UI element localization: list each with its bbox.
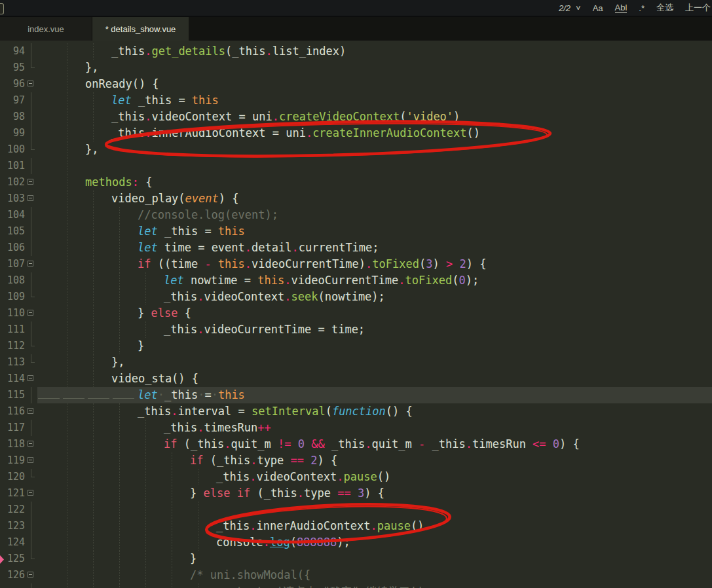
code-line-112[interactable]: 112} (0, 338, 712, 354)
code-line-100[interactable]: 100}, (0, 141, 712, 158)
code-line-99[interactable]: 99_this.innerAudioContext = uni.createIn… (0, 125, 712, 141)
code-text[interactable]: console.log(888888); (37, 534, 712, 551)
code-text[interactable]: //console.log(event); (37, 207, 712, 223)
code-text[interactable]: if (_this.type == 2) { (37, 452, 712, 469)
code-text[interactable]: } else if (_this.type == 3) { (37, 485, 712, 502)
code-text[interactable] (37, 158, 712, 174)
code-line-96[interactable]: 96onReady() { (0, 76, 712, 92)
code-editor-area[interactable]: 94_this.get_details(_this.list_index)95}… (0, 41, 712, 588)
code-line-102[interactable]: 102methods: { (0, 174, 712, 191)
code-line-115[interactable]: 115let·_this·=·this (0, 387, 712, 403)
fold-toggle-icon[interactable] (25, 436, 37, 452)
code-line-106[interactable]: 106let time = event.detail.currentTime; (0, 240, 712, 256)
code-text[interactable]: let·_this·=·this (37, 387, 712, 403)
code-text[interactable]: _this.videoContext.pause() (37, 469, 712, 485)
code-text[interactable]: }, (37, 354, 712, 371)
fold-toggle-icon[interactable] (25, 452, 37, 469)
fold-toggle-icon[interactable] (25, 567, 37, 583)
match-case-button[interactable]: Aa (593, 3, 603, 13)
code-line-122[interactable]: 122 (0, 502, 712, 518)
code-line-114[interactable]: 114video_sta() { (0, 371, 712, 387)
indent-guide (172, 452, 172, 469)
code-line-120[interactable]: 120_this.videoContext.pause() (0, 469, 712, 485)
code-line-110[interactable]: 110} else { (0, 305, 712, 322)
previous-match-button[interactable]: 上一个 (685, 2, 711, 14)
code-line-97[interactable]: 97let _this = this (0, 92, 712, 109)
gutter: 120 (0, 469, 37, 485)
code-line-116[interactable]: 116_this.interval = setInterval(function… (0, 403, 712, 420)
code-line-109[interactable]: 109_this.videoContext.seek(nowtime); (0, 289, 712, 305)
code-line-partial[interactable]: content: '请点击 "确定" 继续学习!', (0, 583, 712, 588)
code-text[interactable]: let time = event.detail.currentTime; (37, 240, 712, 256)
code-text[interactable]: }, (37, 60, 712, 76)
fold-toggle-icon[interactable] (25, 174, 37, 191)
fold-toggle-icon[interactable] (25, 191, 37, 207)
indent-guide (93, 518, 94, 534)
code-line-123[interactable]: 123_this.innerAudioContext.pause() (0, 518, 712, 534)
code-text[interactable]: _this.videoContext.seek(nowtime); (37, 289, 712, 305)
code-text[interactable]: let _this = this (37, 223, 712, 240)
code-text[interactable]: let nowtime = this.videoCurrentTime.toFi… (37, 272, 712, 289)
code-line-108[interactable]: 108let nowtime = this.videoCurrentTime.t… (0, 272, 712, 289)
code-line-121[interactable]: 121} else if (_this.type == 3) { (0, 485, 712, 502)
code-line-126[interactable]: 126/* uni.showModal({ (0, 567, 712, 583)
tab-details-show-vue[interactable]: * details_show.vue (92, 17, 189, 41)
code-text[interactable]: if (_this.quit_m != 0 && _this.quit_m - … (37, 436, 712, 452)
code-line-125[interactable]: 125} (0, 551, 712, 567)
regex-button[interactable]: .* (639, 3, 645, 13)
code-line-101[interactable]: 101 (0, 158, 712, 174)
code-line-105[interactable]: 105let _this = this (0, 223, 712, 240)
token: list_index) (272, 45, 347, 58)
code-text[interactable]: content: '请点击 "确定" 继续学习!', (37, 583, 712, 588)
code-text[interactable]: } else { (37, 305, 712, 322)
code-line-117[interactable]: 117_this.timesRun++ (0, 420, 712, 436)
code-text[interactable]: } (37, 338, 712, 354)
code-line-98[interactable]: 98_this.videoContext = uni.createVideoCo… (0, 109, 712, 125)
fold-toggle-icon[interactable] (25, 403, 37, 420)
code-line-95[interactable]: 95}, (0, 60, 712, 76)
code-line-104[interactable]: 104//console.log(event); (0, 207, 712, 223)
chevron-down-icon[interactable]: ˅ (576, 3, 581, 13)
code-text[interactable]: if ((time - this.videoCurrentTime).toFix… (37, 256, 712, 272)
code-text[interactable]: _this.interval = setInterval(function() … (37, 403, 712, 420)
code-text[interactable]: _this.innerAudioContext = uni.createInne… (37, 125, 712, 141)
code-text[interactable]: _this.videoCurrentTime = time; (37, 322, 712, 338)
fold-toggle-icon[interactable] (25, 485, 37, 502)
fold-toggle-icon[interactable] (25, 305, 37, 322)
code-text[interactable]: _this.timesRun++ (37, 420, 712, 436)
code-line-119[interactable]: 119if (_this.type == 2) { (0, 452, 712, 469)
code-text[interactable]: methods: { (37, 174, 712, 191)
code-line-111[interactable]: 111_this.videoCurrentTime = time; (0, 322, 712, 338)
code-text[interactable]: _this.videoContext = uni.createVideoCont… (37, 109, 712, 125)
token: videoCurrentTime (204, 323, 318, 336)
code-line-113[interactable]: 113}, (0, 354, 712, 371)
line-number: 100 (0, 141, 25, 158)
select-all-button[interactable]: 全选 (656, 2, 673, 14)
code-line-103[interactable]: 103video_play(event) { (0, 191, 712, 207)
fold-toggle-icon[interactable] (25, 256, 37, 272)
code-text[interactable]: _this.innerAudioContext.pause() (37, 518, 712, 534)
token: () (467, 126, 480, 139)
code-line-124[interactable]: 124console.log(888888); (0, 534, 712, 551)
token: seek (291, 290, 318, 303)
tab-index-vue[interactable]: index.vue (0, 17, 92, 41)
code-text[interactable] (37, 502, 712, 518)
token: _this (164, 421, 197, 434)
whole-word-button[interactable]: Abl (615, 3, 628, 13)
code-line-118[interactable]: 118if (_this.quit_m != 0 && _this.quit_m… (0, 436, 712, 452)
code-line-94[interactable]: 94_this.get_details(_this.list_index) (0, 43, 712, 60)
token: let (138, 241, 164, 254)
code-line-107[interactable]: 107if ((time - this.videoCurrentTime).to… (0, 256, 712, 272)
code-text[interactable]: let _this = this (37, 92, 712, 109)
code-text[interactable]: } (37, 551, 712, 567)
code-text[interactable]: /* uni.showModal({ (37, 567, 712, 583)
code-text[interactable]: }, (37, 141, 712, 158)
code-text[interactable]: onReady() { (37, 76, 712, 92)
fold-toggle-icon[interactable] (25, 76, 37, 92)
code-text[interactable]: video_play(event) { (37, 191, 712, 207)
code-text[interactable]: _this.get_details(_this.list_index) (37, 43, 712, 60)
token: () (377, 470, 390, 483)
fold-toggle-icon[interactable] (25, 371, 37, 387)
code-text[interactable]: video_sta() { (37, 371, 712, 387)
search-input-fragment[interactable] (0, 3, 4, 14)
